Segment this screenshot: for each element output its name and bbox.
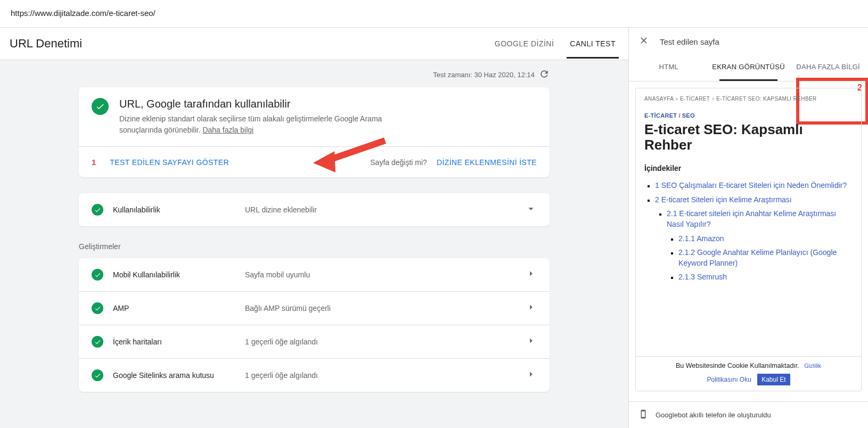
toc-item[interactable]: 2.1.1 Amazon xyxy=(678,233,853,244)
side-panel: Test edilen sayfa HTML EKRAN GÖRÜNTÜSÜ D… xyxy=(628,28,868,428)
enhancement-label: İçerik haritaları xyxy=(113,338,235,346)
device-info: Googlebot akıllı telefon ile oluşturuldu xyxy=(629,401,868,428)
enhancement-value: Bağlı AMP sürümü geçerli xyxy=(245,304,515,312)
enhancements-card: Mobil Kullanılabilirlik Sayfa mobil uyum… xyxy=(79,258,550,392)
availability-card: Kullanılabilirlik URL dizine eklenebilir xyxy=(79,193,550,226)
close-icon[interactable] xyxy=(638,35,649,48)
toc-list: 1 SEO Çalışmaları E-ticaret Siteleri içi… xyxy=(644,180,853,282)
chevron-right-icon xyxy=(525,268,537,282)
cookie-bar: Bu Websitesinde Cookie Kullanılmaktadır.… xyxy=(636,356,861,391)
test-timestamp: Test zamanı: 30 Haz 2020, 12:14 xyxy=(433,71,535,79)
refresh-icon[interactable] xyxy=(539,69,550,81)
result-description: Dizine eklenip standart olarak seçilirse… xyxy=(119,113,396,136)
annotation-1: 1 xyxy=(92,158,96,167)
tab-google-index[interactable]: GOOGLE DİZİNİ xyxy=(492,29,558,59)
enhancement-value: 1 geçerli öğe algılandı xyxy=(245,371,515,380)
enhancement-label: AMP xyxy=(113,304,235,312)
panel-tabs: HTML EKRAN GÖRÜNTÜSÜ DAHA FAZLA BİLGİ xyxy=(629,53,868,81)
availability-row[interactable]: Kullanılabilirlik URL dizine eklenebilir xyxy=(79,193,550,226)
enhancements-label: Geliştirmeler xyxy=(79,242,550,251)
breadcrumb: ANASAYFA›E-TİCARET›E-TİCARET SEO: KAPSAM… xyxy=(644,96,853,102)
enhancement-label: Google Sitelinks arama kutusu xyxy=(113,371,235,380)
more-info-link[interactable]: Daha fazla bilgi xyxy=(202,126,253,134)
check-circle-icon xyxy=(92,98,109,115)
accept-button[interactable]: Kabul Et xyxy=(757,374,790,385)
panel-tab-more[interactable]: DAHA FAZLA BİLGİ xyxy=(788,53,868,81)
panel-tab-screenshot[interactable]: EKRAN GÖRÜNTÜSÜ xyxy=(709,53,789,81)
toc-item[interactable]: 1 SEO Çalışmaları E-ticaret Siteleri içi… xyxy=(655,180,853,191)
smartphone-icon xyxy=(638,408,648,422)
cookie-text: Bu Websitesinde Cookie Kullanılmaktadır. xyxy=(676,362,799,369)
check-circle-icon xyxy=(92,369,103,381)
enhancement-row[interactable]: Mobil Kullanılabilirlik Sayfa mobil uyum… xyxy=(79,258,550,291)
request-indexing-button[interactable]: DİZİNE EKLENMESİNİ İSTE xyxy=(437,158,537,167)
chevron-down-icon xyxy=(525,203,537,217)
check-circle-icon xyxy=(92,336,103,348)
toc-item[interactable]: 2 E-ticaret Siteleri için Kelime Araştır… xyxy=(655,194,853,283)
category-line: E-TİCARET/SEO xyxy=(644,112,853,119)
chevron-right-icon xyxy=(525,368,537,382)
toc-item[interactable]: 2.1.3 Semrush xyxy=(678,271,853,282)
page-changed-label: Sayfa değişti mi? xyxy=(370,158,427,167)
enhancement-value: 1 geçerli öğe algılandı xyxy=(245,338,515,346)
svg-marker-0 xyxy=(313,151,335,172)
main-tabs: GOOGLE DİZİNİ CANLI TEST xyxy=(492,29,619,59)
availability-label: Kullanılabilirlik xyxy=(113,205,235,214)
toc-title: İçindekiler xyxy=(644,164,853,172)
result-title: URL, Google tarafından kullanılabilir xyxy=(119,98,396,110)
chevron-right-icon xyxy=(525,335,537,349)
check-circle-icon xyxy=(92,302,103,314)
result-card: URL, Google tarafından kullanılabilir Di… xyxy=(79,87,550,177)
panel-title: Test edilen sayfa xyxy=(660,37,719,46)
check-circle-icon xyxy=(92,269,103,281)
enhancement-row[interactable]: İçerik haritaları 1 geçerli öğe algıland… xyxy=(79,325,550,358)
page-header: URL Denetimi GOOGLE DİZİNİ CANLI TEST xyxy=(0,28,628,60)
main-panel: URL Denetimi GOOGLE DİZİNİ CANLI TEST Te… xyxy=(0,28,628,428)
toc-item[interactable]: 2.1 E-ticaret siteleri için Anahtar Keli… xyxy=(667,208,853,283)
view-tested-page-button[interactable]: TEST EDİLEN SAYFAYI GÖSTER xyxy=(110,158,229,167)
check-circle-icon xyxy=(92,204,103,216)
screenshot-preview: ANASAYFA›E-TİCARET›E-TİCARET SEO: KAPSAM… xyxy=(635,88,862,391)
preview-heading: E-ticaret SEO: Kapsamlı Rehber xyxy=(644,122,853,154)
chevron-right-icon xyxy=(525,301,537,315)
url-bar[interactable]: https://www.dijitalzade.com/e-ticaret-se… xyxy=(0,0,868,28)
toc-item[interactable]: 2.1.2 Google Anahtar Kelime Planlayıcı (… xyxy=(678,247,853,269)
privacy-link[interactable]: Gizlilik xyxy=(804,363,821,369)
read-policy-link[interactable]: Politikasını Oku xyxy=(707,376,751,383)
enhancement-row[interactable]: AMP Bağlı AMP sürümü geçerli xyxy=(79,291,550,325)
panel-tab-html[interactable]: HTML xyxy=(629,53,709,81)
availability-value: URL dizine eklenebilir xyxy=(245,205,515,214)
enhancement-label: Mobil Kullanılabilirlik xyxy=(113,270,235,279)
page-title: URL Denetimi xyxy=(10,37,82,51)
enhancement-row[interactable]: Google Sitelinks arama kutusu 1 geçerli … xyxy=(79,358,550,392)
enhancement-value: Sayfa mobil uyumlu xyxy=(245,270,515,279)
tab-live-test[interactable]: CANLI TEST xyxy=(567,29,619,59)
